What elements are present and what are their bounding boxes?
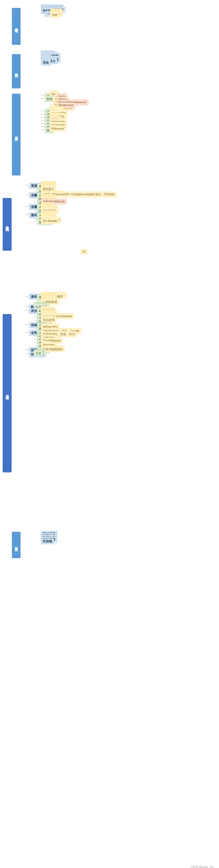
content-sheji: 可用性 数据管理 设计与架构 消息 管理与监控 性能与扩展 系统弹力 安全 [33,53,212,63]
label-sheji: 设计模式 [12,54,21,88]
content-hangye: 即时通讯 电商交易 银行金融 智能家居 区块链 [33,530,212,542]
label-jichu: 基础理论 [12,8,21,45]
node-zkbubble: ZK+Bubble [41,218,59,224]
label-gongcheng: 工程应用 [3,314,11,472]
content-jichu: 节点互联网络 时间与顺序 ACID CAP/FLP/DLS BASE [33,7,212,16]
node-anquan: 安全 [41,60,51,65]
jichu-yizhi-block: 一致性 CALM Gossip CRDTs HATS Paxos ZAB Raf… [41,11,212,15]
node-ai-detected: Ai [81,249,87,254]
jichu-yizhi-children: CALM Gossip CRDTs HATS Paxos ZAB Raft [50,11,53,15]
jichu-row-1: 节点互联网络 [41,7,212,7]
node-raft: Raft [50,12,59,18]
node-ethereum: Ethereum [50,126,66,131]
content-fenbu: 资源调度 弹性伸缩 应用扩容 机器下线 机器重跑 [17,182,218,223]
page-wrapper: 基础理论 节点互联网络 时间与顺序 ACID [0,0,219,868]
jichu-row-3: ACID [41,9,212,9]
jichu-row-4: CAP/FLP/DLS [41,9,212,10]
mind-map: 基础理论 节点互联网络 时间与顺序 ACID [1,3,218,868]
content-changjing: 文件系统 hdfs qfs 数据库 [33,92,212,131]
content-gongcheng: 服务治理 微服 网关/configserver 健康检查 [17,293,218,355]
label-hangye: 行业方案 [12,532,21,558]
node-rizhichuli: 日志处理 [41,317,56,323]
jichu-row-2: 时间与顺序 [41,8,212,8]
node-fenbu-ty: 分步 [34,350,43,356]
label-changjing: 场景分类 [12,94,21,176]
node-qukuailian: 区块链 [41,538,54,544]
footer: CSDN @entax_110 [190,865,216,868]
label-fenbu: 分布式架构 [3,198,11,251]
